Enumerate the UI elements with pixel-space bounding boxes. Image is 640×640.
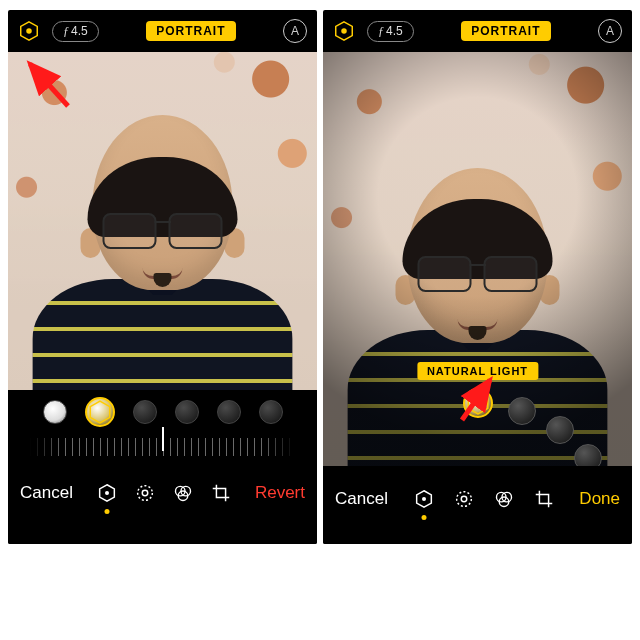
photo-preview: NATURAL LIGHT [323,52,632,466]
f-symbol: ƒ [378,24,384,39]
markup-button[interactable]: A [598,19,622,43]
f-symbol: ƒ [63,24,69,39]
lighting-option-5[interactable] [217,400,241,424]
adjust-tab[interactable] [449,484,479,514]
lighting-option-4[interactable] [574,444,602,466]
bottom-toolbar: Cancel Revert [8,464,317,522]
svg-marker-13 [468,392,488,414]
lighting-option-6[interactable] [259,400,283,424]
lighting-option-natural[interactable] [463,388,493,418]
svg-point-6 [142,490,148,496]
crop-tab[interactable] [207,478,235,508]
markup-glyph: A [606,24,614,38]
editor-top-bar: ƒ 4.5 PORTRAIT A [8,10,317,52]
portrait-mode-badge: PORTRAIT [461,21,550,41]
bottom-toolbar: Cancel Done [323,470,632,528]
lighting-option-4[interactable] [175,400,199,424]
svg-point-12 [341,28,347,34]
lighting-option-natural[interactable] [43,400,67,424]
portrait-mode-badge: PORTRAIT [146,21,235,41]
editor-top-bar: ƒ 4.5 PORTRAIT A [323,10,632,52]
edit-controls: Cancel Done [323,466,632,544]
lighting-tab[interactable] [93,478,121,508]
adjust-tab[interactable] [131,478,159,508]
svg-point-1 [26,28,32,34]
markup-button[interactable]: A [283,19,307,43]
lighting-options-row[interactable] [8,394,317,430]
screenshot-right: ƒ 4.5 PORTRAIT A NATURAL LIGHT [323,10,632,544]
svg-point-16 [456,492,471,507]
crop-tab[interactable] [529,484,559,514]
svg-point-4 [105,491,109,495]
aperture-value: 4.5 [386,24,403,38]
slider-indicator [162,427,164,451]
lighting-option-3[interactable] [546,416,574,444]
portrait-lighting-button[interactable] [18,20,40,42]
cancel-button[interactable]: Cancel [335,489,388,509]
aperture-value: 4.5 [71,24,88,38]
filters-tab[interactable] [169,478,197,508]
lighting-option-selected[interactable] [85,397,115,427]
svg-point-5 [138,486,153,501]
screenshot-left: ƒ 4.5 PORTRAIT A [8,10,317,544]
markup-glyph: A [291,24,299,38]
aperture-button[interactable]: ƒ 4.5 [367,21,414,42]
filters-tab[interactable] [489,484,519,514]
lighting-dial[interactable] [323,356,632,466]
svg-point-15 [422,497,426,501]
aperture-button[interactable]: ƒ 4.5 [52,21,99,42]
photo-preview [8,52,317,390]
svg-marker-2 [90,401,110,423]
svg-point-17 [461,496,467,502]
cancel-button[interactable]: Cancel [20,483,73,503]
edit-controls: Cancel Revert [8,390,317,544]
done-button[interactable]: Done [579,489,620,509]
revert-button[interactable]: Revert [255,483,305,503]
intensity-slider[interactable] [8,430,317,464]
lighting-option-2[interactable] [508,397,536,425]
portrait-lighting-button[interactable] [333,20,355,42]
lighting-option-3[interactable] [133,400,157,424]
lighting-tab[interactable] [409,484,439,514]
